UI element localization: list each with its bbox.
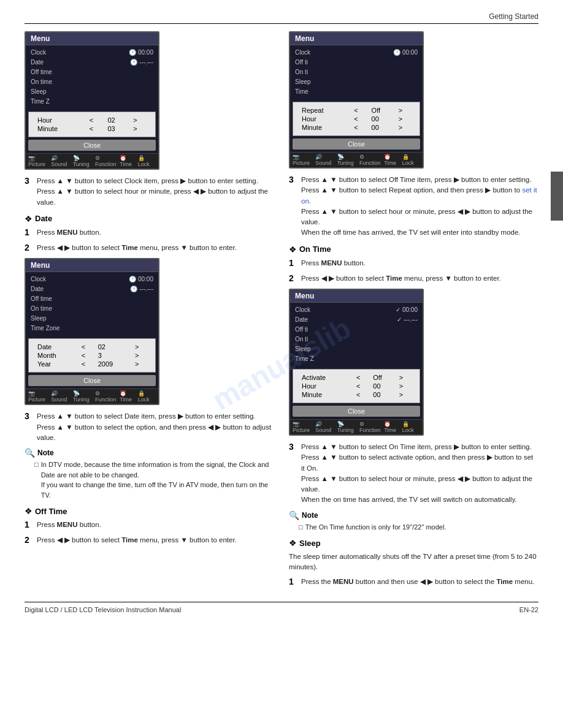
clock-menu-box: Menu Clock 🕐 00:00 Date 🕐 ---.--- Off ti… — [25, 31, 159, 170]
date-step1-line: 1 Press MENU button. — [25, 227, 274, 238]
offtime-statusbar: 📷 Picture 🔊 Sound 📡 Tuning ⚙ Function ⏰ … — [290, 152, 423, 167]
offtime-close-btn[interactable]: Close — [293, 138, 420, 150]
sleep-section-header: ❖ Sleep — [289, 538, 538, 548]
date-item-clock: Clock 🕐 00:00 — [31, 275, 153, 284]
clock-menu-body: Clock 🕐 00:00 Date 🕐 ---.--- Off time On… — [26, 45, 158, 169]
main-content: Menu Clock 🕐 00:00 Date 🕐 ---.--- Off ti… — [25, 31, 538, 592]
ontime-step1-block: 1 Press MENU button. — [289, 258, 538, 268]
offtime-step1-line: 1 Press MENU button. — [25, 520, 274, 530]
date-step3-num: 3 — [25, 411, 34, 421]
ontime-step1-text: Press MENU button. — [301, 258, 366, 268]
ontime-step3-line: 3 Press ▲ ▼ button to select On Time ite… — [289, 442, 538, 506]
offtime-item-sleep: Sleep — [295, 77, 418, 87]
left-column: Menu Clock 🕐 00:00 Date 🕐 ---.--- Off ti… — [25, 31, 274, 592]
clock-menu-title: Menu — [26, 32, 158, 45]
ontime-diamond-icon: ❖ — [289, 245, 297, 254]
date-item-sleep: Sleep — [31, 314, 153, 324]
date-step1-num: 1 — [25, 227, 34, 237]
clock-statusbar: 📷 Picture 🔊 Sound 📡 Tuning ⚙ Function ⏰ … — [26, 153, 158, 169]
ontime-popup-row-activate: Activate < Off > — [299, 373, 413, 382]
footer-right: EN-22 — [519, 606, 538, 613]
offtime-section-title: Off Time — [35, 507, 67, 516]
offtime-item-time: Time — [295, 87, 418, 97]
note-icon-date: 🔍 — [25, 448, 35, 458]
offtime-step1-block: 1 Press MENU button. — [25, 520, 274, 530]
note-title-date: 🔍 Note — [25, 448, 274, 458]
sleep-step1-line: 1 Press the MENU button and then use ◀ ▶… — [289, 577, 538, 587]
date-step3-line: 3 Press ▲ ▼ button to select Date item, … — [25, 411, 274, 443]
ontime-step3-num: 3 — [289, 442, 299, 452]
sleep-diamond-icon: ❖ — [289, 538, 297, 548]
clock-item-sleep: Sleep — [31, 87, 153, 97]
ontime-menu-list: Clock ✓ 00:00 Date ✓ ---.--- Off ti On t… — [290, 303, 423, 366]
note-block-ontime: 🔍 Note The On Time function is only for … — [289, 510, 538, 533]
date-popup-table: Date < 02 > Month < 3 > — [35, 343, 149, 368]
note-item-dtv: In DTV mode, because the time informatio… — [34, 460, 274, 500]
clock-popup-table: Hour < 02 > Minute < 03 > — [35, 116, 149, 133]
footer-left: Digital LCD / LED LCD Television Instruc… — [25, 606, 181, 613]
date-popup-row-month: Month < 3 > — [35, 351, 149, 360]
offtime-popup-table: Repeat < Off > Hour < 00 > — [299, 106, 413, 132]
ontime-item-sleep: Sleep — [295, 344, 418, 354]
date-menu-body: Clock 🕐 00:00 Date 🕐 ---.--- Off time On… — [26, 272, 158, 404]
offtime-popup-row-minute: Minute < 00 > — [299, 123, 413, 132]
ontime-section-title: On Time — [299, 245, 331, 254]
clock-item-ontime: On time — [31, 77, 153, 87]
ontime-popup-row-minute: Minute < 00 > — [299, 390, 413, 399]
note-text-date: In DTV mode, because the time informatio… — [34, 460, 274, 500]
date-statusbar: 📷 Picture 🔊 Sound 📡 Tuning ⚙ Function ⏰ … — [26, 389, 158, 404]
date-item-timezone: Time Zone — [31, 324, 153, 333]
date-menu-title: Menu — [26, 259, 158, 272]
offtime-step2-num: 2 — [25, 535, 34, 545]
ontime-step2-text: Press ◀ ▶ button to select Time menu, pr… — [301, 273, 501, 284]
ontime-step3-text: Press ▲ ▼ button to select On Time item,… — [301, 442, 538, 506]
date-item-ontime: On time — [31, 304, 153, 314]
date-menu-list: Clock 🕐 00:00 Date 🕐 ---.--- Off time On… — [26, 272, 158, 336]
date-section-title: Date — [35, 214, 52, 223]
date-step2-block: 2 Press ◀ ▶ button to select Time menu, … — [25, 243, 274, 253]
clock-step3-block: 3 Press ▲ ▼ button to select Clock item,… — [25, 176, 274, 208]
offtime-menu-box: Menu Clock 🕐 00:00 Off ti On ti Sleep Ti… — [289, 31, 424, 169]
ontime-step3-block: 3 Press ▲ ▼ button to select On Time ite… — [289, 442, 538, 506]
ontime-popup: Activate < Off > Hour < 00 > — [293, 369, 420, 403]
clock-step3-text: Press ▲ ▼ button to select Clock item, p… — [37, 176, 274, 208]
offtime-section-header: ❖ Off Time — [25, 506, 274, 516]
offtime-item-offti: Off ti — [295, 58, 418, 67]
offtime-step1-text: Press MENU button. — [37, 520, 101, 530]
date-section-header: ❖ Date — [25, 214, 274, 224]
header-title: Getting Started — [489, 12, 538, 21]
note-title-ontime: 🔍 Note — [289, 510, 538, 520]
offtime-menu-list: Clock 🕐 00:00 Off ti On ti Sleep Time — [290, 45, 423, 99]
offtime-popup-row-repeat: Repeat < Off > — [299, 106, 413, 115]
date-close-btn[interactable]: Close — [28, 375, 156, 386]
date-item-date: Date 🕐 ---.--- — [31, 284, 153, 294]
sleep-step1-text: Press the MENU button and then use ◀ ▶ b… — [301, 577, 534, 587]
date-popup-row-date: Date < 02 > — [35, 343, 149, 351]
date-step2-text: Press ◀ ▶ button to select Time menu, pr… — [37, 243, 237, 253]
offtime-menu-body: Clock 🕐 00:00 Off ti On ti Sleep Time Re… — [290, 45, 423, 167]
date-item-offtime: Off time — [31, 294, 153, 304]
ontime-item-offti: Off ti — [295, 325, 418, 335]
clock-popup: Hour < 02 > Minute < 03 > — [28, 112, 156, 137]
ontime-step2-line: 2 Press ◀ ▶ button to select Time menu, … — [289, 273, 538, 284]
ontime-popup-row-hour: Hour < 00 > — [299, 382, 413, 390]
date-diamond-icon: ❖ — [25, 214, 33, 224]
offtime-item-clock: Clock 🕐 00:00 — [295, 48, 418, 58]
clock-item-clock: Clock 🕐 00:00 — [31, 48, 153, 58]
ontime-menu-title: Menu — [290, 290, 423, 303]
offtime-step2-block: 2 Press ◀ ▶ button to select Time menu, … — [25, 535, 274, 545]
ontime-item-clock: Clock ✓ 00:00 — [295, 305, 418, 315]
clock-close-btn[interactable]: Close — [28, 140, 156, 151]
ontime-step2-block: 2 Press ◀ ▶ button to select Time menu, … — [289, 273, 538, 284]
ontime-close-btn[interactable]: Close — [293, 406, 420, 417]
clock-item-offtime: Off time — [31, 67, 153, 77]
clock-step3-num: 3 — [25, 176, 34, 186]
note-icon-ontime: 🔍 — [289, 510, 299, 520]
sleep-section-title: Sleep — [299, 539, 321, 548]
offtime-popup-row-hour: Hour < 00 > — [299, 115, 413, 123]
clock-popup-row-hour: Hour < 02 > — [35, 116, 149, 124]
sleep-step1-block: 1 Press the MENU button and then use ◀ ▶… — [289, 577, 538, 587]
sleep-intro: The sleep timer automatically shuts off … — [289, 552, 538, 573]
offtime-step2-text: Press ◀ ▶ button to select Time menu, pr… — [37, 535, 237, 545]
note-text-ontime: The On Time function is only for 19"/22"… — [299, 522, 538, 533]
